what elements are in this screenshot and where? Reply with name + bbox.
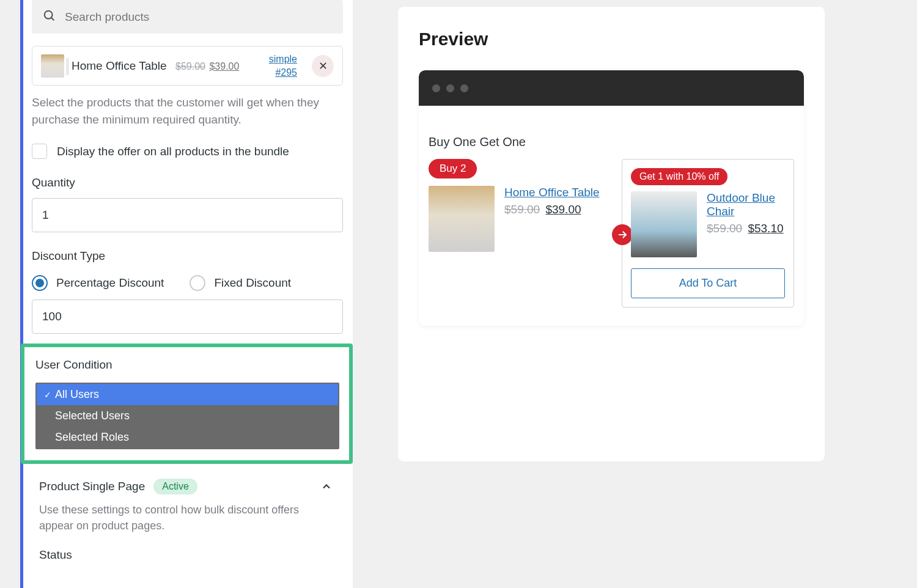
window-dot-icon [432,84,440,92]
quantity-input[interactable] [32,198,343,232]
display-offer-checkbox[interactable] [32,144,47,159]
selected-product-card: Home Office Table $59.00 $39.00 simple #… [32,46,343,86]
window-dot-icon [460,84,468,92]
product-title: Home Office Table [72,59,167,72]
get-product-link[interactable]: Outdoor Blue Chair [707,191,775,218]
preview-title: Preview [419,29,804,50]
dropdown-option-selected-users[interactable]: Selected Users [37,405,338,427]
product-single-page-desc: Use these settings to control how bulk d… [32,496,343,534]
buy-tag: Buy 2 [429,159,477,178]
product-new-price: $39.00 [209,61,239,72]
quantity-label: Quantity [32,176,343,189]
check-icon: ✓ [44,390,51,400]
discount-type-label: Discount Type [32,249,343,263]
active-badge: Active [153,479,197,494]
user-condition-label: User Condition [35,358,339,372]
status-label: Status [32,534,343,562]
close-icon: ✕ [319,59,328,73]
dropdown-option-selected-roles[interactable]: Selected Roles [37,427,338,448]
preview-browser: Buy One Get One Buy 2 Home Office Table … [419,70,804,326]
arrow-right-icon [612,224,633,245]
product-image [429,186,495,252]
window-dot-icon [446,84,454,92]
product-thumb [41,54,64,78]
search-icon [43,9,56,25]
product-info: Home Office Table $59.00 $39.00 [72,59,239,73]
product-old-price: $59.00 [175,61,205,72]
buy-product-link[interactable]: Home Office Table [504,186,600,199]
product-type-link[interactable]: simple [269,53,297,66]
buy-product-block: Buy 2 Home Office Table $59.00 $39.00 [429,159,613,252]
preview-panel: Preview Buy One Get One Buy 2 Home Offic… [397,6,825,462]
user-condition-highlight: User Condition ✓ All Users Selected User… [21,344,353,464]
get-product-block: Get 1 with 10% off Outdoor Blue Chair $5… [622,159,794,307]
product-single-page-section[interactable]: Product Single Page Active [32,477,343,496]
new-price: $53.10 [748,222,783,235]
new-price: $39.00 [545,203,581,216]
svg-line-1 [51,17,54,20]
user-condition-dropdown[interactable]: ✓ All Users Selected Users Selected Role… [35,383,339,449]
chevron-up-icon[interactable] [317,477,336,496]
help-text: Select the products that the customer wi… [32,94,343,128]
add-to-cart-button[interactable]: Add To Cart [631,268,785,298]
svg-point-0 [45,10,53,18]
search-box[interactable] [32,0,343,34]
radio-fixed[interactable]: Fixed Discount [190,275,291,291]
radio-percentage[interactable]: Percentage Discount [32,275,164,291]
old-price: $59.00 [707,222,742,235]
get-tag: Get 1 with 10% off [631,168,727,185]
dropdown-option-all-users[interactable]: ✓ All Users [37,384,338,405]
display-offer-row[interactable]: Display the offer on all products in the… [32,144,343,159]
remove-product-button[interactable]: ✕ [312,55,334,77]
browser-bar [419,70,804,106]
old-price: $59.00 [504,203,540,216]
discount-value-input[interactable] [32,300,343,334]
display-offer-label: Display the offer on all products in the… [57,145,289,158]
product-image [631,191,697,257]
bogo-title: Buy One Get One [429,135,794,149]
search-input[interactable] [65,10,332,24]
product-id-link[interactable]: #295 [269,66,297,79]
